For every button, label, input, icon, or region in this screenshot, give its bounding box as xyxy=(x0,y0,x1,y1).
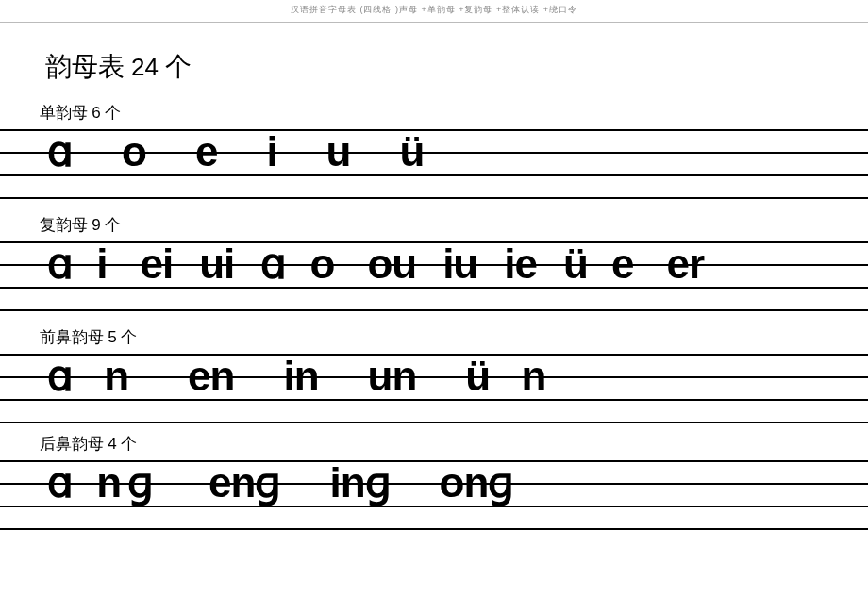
section-title: 单韵母 6 个 xyxy=(0,94,868,129)
pinyin-item: in xyxy=(283,354,318,399)
pinyin-item: i xyxy=(266,129,276,174)
pinyin-item: ie xyxy=(504,241,537,287)
pinyin-item: ü e xyxy=(563,241,641,287)
section-title-text: 前鼻韵母 xyxy=(40,328,104,346)
pinyin-item: en xyxy=(188,354,234,399)
section-count: 9 xyxy=(92,216,100,234)
section-front-nasal-finals: 前鼻韵母 5 个 ɑ n en in un ü n xyxy=(0,319,868,422)
four-line-grid: ɑ n en in un ü n xyxy=(0,354,868,422)
section-title: 复韵母 9 个 xyxy=(0,207,868,241)
pinyin-row: ɑ i ei ui ɑ o ou iu ie ü e er xyxy=(0,241,868,309)
pinyin-item: ɑ xyxy=(47,129,73,174)
section-single-finals: 单韵母 6 个 ɑ o e i u ü xyxy=(0,94,868,197)
pinyin-item: ui xyxy=(199,241,234,287)
pinyin-item: ɑ n xyxy=(47,354,139,399)
four-line-grid: ɑ i ei ui ɑ o ou iu ie ü e er xyxy=(0,241,868,309)
section-unit: 个 xyxy=(105,104,121,122)
pinyin-item: iu xyxy=(442,241,477,287)
pinyin-item: ou xyxy=(367,241,416,287)
pinyin-row: ɑ n en in un ü n xyxy=(0,354,868,422)
pinyin-row: ɑ nɡ enɡ inɡ onɡ xyxy=(0,460,868,528)
main-title-unit: 个 xyxy=(165,52,192,81)
pinyin-item: ü n xyxy=(465,354,556,399)
section-count: 6 xyxy=(92,104,100,122)
section-unit: 个 xyxy=(105,216,121,234)
pinyin-item: ɑ i xyxy=(47,241,113,287)
pinyin-item: e xyxy=(195,129,217,174)
pinyin-item: o xyxy=(122,129,146,174)
section-title: 前鼻韵母 5 个 xyxy=(0,319,868,354)
section-compound-finals: 复韵母 9 个 ɑ i ei ui ɑ o ou iu ie ü e er xyxy=(0,207,868,309)
pinyin-item: enɡ xyxy=(209,460,280,506)
section-unit: 个 xyxy=(121,328,137,346)
section-unit: 个 xyxy=(121,435,137,453)
pinyin-item: u xyxy=(326,129,351,174)
pinyin-item: er xyxy=(667,241,705,287)
section-back-nasal-finals: 后鼻韵母 4 个 ɑ nɡ enɡ inɡ onɡ xyxy=(0,425,868,528)
four-line-grid: ɑ o e i u ü xyxy=(0,129,868,197)
four-line-grid: ɑ nɡ enɡ inɡ onɡ xyxy=(0,460,868,528)
section-title-text: 单韵母 xyxy=(40,104,88,122)
pinyin-item: onɡ xyxy=(440,460,514,506)
pinyin-item: ei xyxy=(140,241,173,287)
section-title-text: 复韵母 xyxy=(40,216,88,234)
main-title-count: 24 xyxy=(131,53,159,81)
main-title: 韵母表 24 个 xyxy=(0,23,868,85)
section-title: 后鼻韵母 4 个 xyxy=(0,425,868,460)
pinyin-row: ɑ o e i u ü xyxy=(0,129,868,197)
pinyin-item: ü xyxy=(400,129,425,174)
page-header: 汉语拼音字母表 (四线格 )声母 +单韵母 +复韵母 +整体认读 +绕口令 xyxy=(0,0,868,20)
section-title-text: 后鼻韵母 xyxy=(40,435,104,453)
section-count: 4 xyxy=(108,435,116,453)
pinyin-item: ɑ nɡ xyxy=(47,460,159,506)
section-count: 5 xyxy=(108,328,116,346)
pinyin-item: un xyxy=(368,354,417,399)
pinyin-item: ɑ o xyxy=(260,241,341,287)
pinyin-item: inɡ xyxy=(329,460,390,506)
main-title-text: 韵母表 xyxy=(45,52,125,81)
